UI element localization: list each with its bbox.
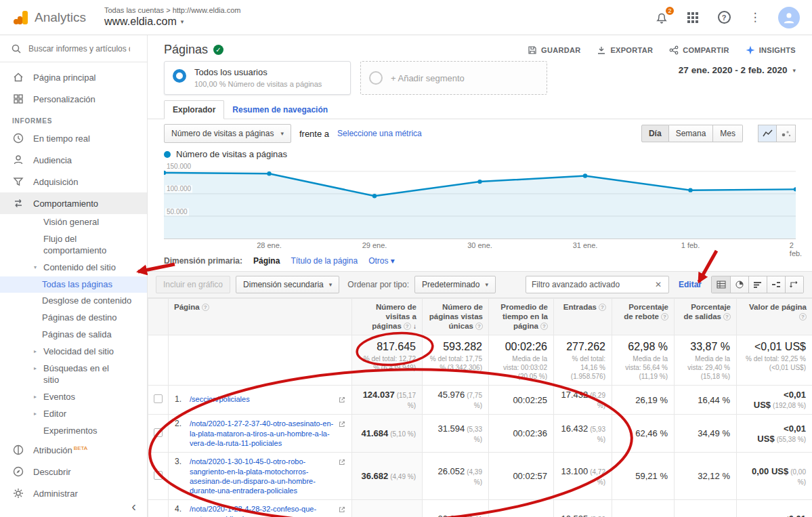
add-segment-label: + Añadir segmento [391, 73, 465, 83]
column-header-page-value[interactable]: Valor de página? [737, 299, 812, 335]
table-row[interactable]: 4. /nota/2020-1-28-4-28-32-confeso-que-m… [148, 500, 812, 517]
column-header-avg-time[interactable]: Promedio de tiempo en la página? [489, 299, 554, 335]
analytics-logo[interactable]: Analytics [12, 9, 96, 26]
segment-all-users[interactable]: Todos los usuarios 100,00 % Número de vi… [164, 61, 351, 95]
sidebar-item-experiments[interactable]: Experimentos [0, 423, 147, 440]
sidebar-item-landing-pages[interactable]: Páginas de destino [0, 310, 147, 327]
sidebar-item-behavior[interactable]: Comportamiento [0, 192, 147, 214]
save-icon [528, 45, 537, 55]
date-range-picker[interactable]: 27 ene. 2020 - 2 feb. 2020 ▾ [679, 61, 796, 75]
sidebar-item-attribution[interactable]: AtribuciónBETA [0, 439, 147, 461]
sidebar-collapse-button[interactable]: ‹ [131, 499, 136, 514]
column-header-exit-rate[interactable]: Porcentaje de salidas? [675, 299, 737, 335]
sidebar-item-site-search[interactable]: ▸Búsquedas en el sitio [0, 360, 147, 389]
sidebar-item-events[interactable]: ▸Eventos [0, 389, 147, 406]
breadcrumb-accounts[interactable]: Todas las cuentas [104, 6, 164, 14]
sidebar-item-acquisition[interactable]: Adquisición [0, 171, 147, 192]
column-header-entrances[interactable]: Entradas? [554, 299, 612, 335]
traffic-line-chart[interactable]: 50.000100.000150.000 [164, 165, 796, 239]
sidebar-item-label: Descubrir [33, 467, 71, 477]
sidebar-item-discover[interactable]: Descubrir [0, 461, 147, 482]
sidebar-item-site-speed[interactable]: ▸Velocidad del sitio [0, 344, 147, 360]
search-input[interactable] [28, 44, 130, 54]
sort-type-dropdown[interactable]: Predeterminado ▾ [414, 276, 496, 293]
edit-filter-link[interactable]: Editar [679, 280, 702, 289]
view-comparison-button[interactable] [767, 276, 785, 293]
more-options-button[interactable]: ⋮ [747, 9, 763, 26]
breadcrumb[interactable]: Todas las cuentas > http://www.eldia.com [104, 5, 241, 15]
table-row[interactable]: 2. /nota/2020-1-27-2-37-40-otro-asesinat… [148, 415, 812, 453]
pageviews-pct: (15,17 %) [397, 392, 416, 409]
sidebar-item-realtime[interactable]: En tiempo real [0, 127, 147, 149]
page-link[interactable]: /seccion/policiales [190, 394, 335, 404]
sidebar-item-label: Todas las páginas [42, 279, 112, 289]
table-row[interactable]: 3. /nota/2020-1-30-10-45-0-otro-robo-san… [148, 453, 812, 500]
row-checkbox[interactable] [154, 394, 163, 403]
sidebar-item-all-pages[interactable]: Todas las páginas [0, 276, 147, 293]
property-selector[interactable]: www.eldia.com ▾ [104, 15, 241, 29]
dimension-page-title[interactable]: Título de la página [291, 256, 358, 266]
sidebar-item-admin[interactable]: Administrar [0, 482, 147, 504]
view-table-button[interactable] [712, 276, 730, 293]
plot-rows-button[interactable]: Incluir en gráfico [156, 276, 230, 293]
sidebar-search[interactable] [0, 35, 147, 62]
advanced-filter-box[interactable]: Filtro avanzado activado ✕ [526, 276, 669, 293]
sidebar-item-site-content[interactable]: ▾Contenido del sitio [0, 260, 147, 276]
summary-bounce-rate: 62,98 %Media de la vista: 56,64 % (11,19… [612, 335, 675, 386]
external-link-icon[interactable] [339, 457, 345, 468]
dimension-other[interactable]: Otros ▾ [368, 256, 395, 266]
external-link-icon[interactable] [339, 395, 345, 405]
sidebar-item-behavior-flow[interactable]: Flujo del comportamiento [0, 231, 147, 260]
sidebar-item-home[interactable]: Página principal [0, 66, 147, 88]
help-button[interactable]: ? [716, 9, 732, 26]
sidebar-item-customization[interactable]: Personalización [0, 88, 147, 110]
sidebar-item-content-drilldown[interactable]: Desglose de contenido [0, 293, 147, 310]
granularity-day[interactable]: Día [641, 125, 669, 142]
share-button[interactable]: COMPARTIR [669, 45, 729, 55]
view-percentage-button[interactable] [730, 276, 748, 293]
line-chart-button[interactable] [758, 125, 777, 142]
view-pivot-button[interactable] [785, 276, 803, 293]
motion-chart-button[interactable] [777, 125, 796, 142]
unique-pageviews-value: 26.052 [437, 466, 465, 476]
dimension-page[interactable]: Página [253, 256, 280, 266]
user-avatar[interactable] [778, 7, 800, 28]
sidebar-item-exit-pages[interactable]: Páginas de salida [0, 327, 147, 344]
column-header-pageviews[interactable]: Número de visitas a páginas? ↓ [352, 299, 423, 335]
row-checkbox[interactable] [154, 471, 163, 480]
column-header-unique-pageviews[interactable]: Número de páginas vistas únicas? [423, 299, 489, 335]
breadcrumb-property-url[interactable]: http://www.eldia.com [173, 6, 241, 14]
page-link[interactable]: /nota/2020-1-28-4-28-32-confeso-que-mato… [190, 504, 335, 517]
entrances-pct: (4,72 %) [590, 468, 605, 486]
sidebar-item-audience[interactable]: Audiencia [0, 149, 147, 171]
column-header-page[interactable]: Página? [169, 299, 352, 335]
external-link-icon[interactable] [339, 505, 345, 515]
page-link[interactable]: /nota/2020-1-27-2-37-40-otro-asesinato-e… [190, 419, 335, 448]
sort-desc-icon[interactable]: ↓ [413, 323, 416, 330]
acquisition-icon [12, 175, 24, 188]
sidebar-item-behavior-overview[interactable]: Visión general [0, 214, 147, 231]
add-segment-button[interactable]: + Añadir segmento [360, 61, 547, 95]
select-metric-link[interactable]: Seleccione una métrica [337, 129, 422, 138]
table-row[interactable]: 1. /seccion/policiales 124.037(15,17 %) … [148, 386, 812, 415]
tab-navigation-summary[interactable]: Resumen de navegación [224, 101, 336, 119]
granularity-month[interactable]: Mes [713, 125, 743, 142]
export-button[interactable]: EXPORTAR [597, 45, 653, 55]
secondary-dimension-dropdown[interactable]: Dimensión secundaria ▾ [236, 276, 339, 293]
granularity-week[interactable]: Semana [669, 125, 714, 142]
view-performance-button[interactable] [748, 276, 767, 293]
tab-explorer[interactable]: Explorador [164, 100, 224, 119]
notifications-button[interactable]: 2 [654, 9, 670, 26]
column-header-bounce-rate[interactable]: Porcentaje de rebote? [612, 299, 675, 335]
metric-dropdown[interactable]: Número de visitas a páginas ▾ [164, 124, 291, 143]
sidebar-item-publisher[interactable]: ▸Editor [0, 406, 147, 423]
clear-filter-icon[interactable]: ✕ [654, 280, 663, 289]
entrances-pct: (6,29 %) [590, 392, 605, 409]
save-button[interactable]: GUARDAR [528, 45, 580, 55]
external-link-icon[interactable] [339, 419, 345, 430]
select-all-header[interactable] [148, 299, 169, 335]
page-link[interactable]: /nota/2020-1-30-10-45-0-otro-robo-sangri… [190, 457, 335, 495]
row-checkbox[interactable] [154, 428, 163, 437]
insights-button[interactable]: INSIGHTS [746, 45, 796, 55]
apps-grid-button[interactable] [685, 9, 701, 26]
